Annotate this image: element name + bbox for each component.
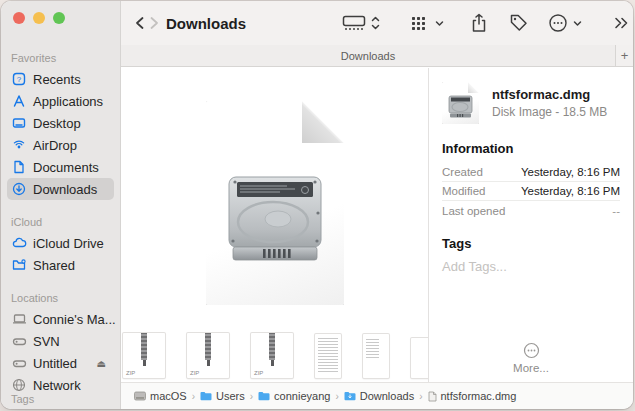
path-item-users[interactable]: Users — [200, 390, 245, 402]
sidebar-item-label: Downloads — [33, 182, 97, 197]
sidebar-item-label: Applications — [33, 94, 103, 109]
path-item-macos[interactable]: macOS — [134, 390, 187, 402]
main-area: Downloads — [121, 1, 633, 409]
group-icon — [410, 11, 430, 35]
thumbnail-text-document[interactable] — [363, 334, 389, 378]
sidebar-item-desktop[interactable]: Desktop — [7, 112, 114, 134]
file-kind-size: Disk Image - 18.5 MB — [492, 105, 607, 119]
zip-badge: ZIP — [190, 370, 199, 376]
folder-icon — [200, 391, 212, 401]
svg-text:?: ? — [17, 75, 22, 84]
tag-button[interactable] — [509, 11, 529, 35]
forward-button[interactable] — [149, 12, 160, 34]
sidebar-item-shared[interactable]: Shared — [7, 254, 114, 276]
info-row-last-opened: Last opened -- — [442, 201, 620, 220]
sidebar-item-label: Shared — [33, 258, 75, 273]
path-separator: › — [419, 391, 422, 402]
sidebar: Favorites ? Recents Applications Desktop… — [1, 1, 121, 409]
group-by-button[interactable] — [410, 11, 444, 35]
tab-bar: Downloads + — [121, 45, 633, 67]
thumbnail-zip-file[interactable]: ZIP — [187, 333, 229, 378]
close-button[interactable] — [13, 12, 25, 24]
preview-pane: ZIP ZIP ZIP ! — [121, 68, 431, 382]
content-area: ZIP ZIP ZIP ! — [121, 68, 633, 382]
sidebar-section-tags: Tags — [1, 392, 44, 406]
disk-image-icon — [225, 161, 325, 267]
toolbar: Downloads — [121, 1, 633, 45]
info-row-created: Created Yesterday, 8:16 PM — [442, 163, 620, 182]
path-item-downloads[interactable]: Downloads — [344, 390, 414, 402]
downloads-icon — [11, 181, 27, 197]
toolbar-overflow-button[interactable] — [614, 11, 630, 35]
documents-icon — [11, 159, 27, 175]
new-tab-button[interactable]: + — [615, 45, 633, 66]
selected-file-preview[interactable] — [206, 101, 344, 305]
sidebar-item-recents[interactable]: ? Recents — [7, 68, 114, 90]
thumbnail-zip-file[interactable]: ZIP — [123, 333, 165, 378]
sidebar-item-untitled[interactable]: Untitled ⏏ — [7, 352, 114, 374]
external-disk-icon — [11, 333, 27, 349]
disk-image-mini-icon — [448, 94, 473, 120]
chevron-up-down-icon — [371, 11, 380, 35]
tags-header: Tags — [442, 236, 620, 251]
chevron-down-icon — [573, 11, 582, 35]
zoom-button[interactable] — [53, 12, 65, 24]
drive-icon — [134, 391, 146, 401]
sidebar-section-locations: Locations — [1, 291, 120, 305]
airdrop-icon — [11, 137, 27, 153]
ellipsis-circle-icon — [548, 11, 568, 35]
recents-icon: ? — [11, 71, 27, 87]
zip-badge: ZIP — [254, 370, 263, 376]
sidebar-item-label: Documents — [33, 160, 99, 175]
sidebar-item-label: Network — [33, 378, 81, 393]
external-disk-icon — [11, 355, 27, 371]
add-tags-field[interactable]: Add Tags... — [442, 259, 620, 274]
minimize-button[interactable] — [33, 12, 45, 24]
sidebar-item-label: iCloud Drive — [33, 236, 104, 251]
finder-window: Favorites ? Recents Applications Desktop… — [1, 1, 633, 409]
window-title: Downloads — [166, 15, 246, 32]
gallery-view-icon — [342, 11, 366, 35]
sidebar-item-icloud-drive[interactable]: iCloud Drive — [7, 232, 114, 254]
thumbnail-text-document[interactable] — [315, 334, 341, 378]
path-separator: › — [335, 391, 338, 402]
info-row-modified: Modified Yesterday, 8:16 PM — [442, 182, 620, 201]
icloud-icon — [11, 235, 27, 251]
view-switcher[interactable] — [342, 11, 380, 35]
zip-badge: ZIP — [126, 370, 135, 376]
file-icon — [428, 391, 437, 402]
chevron-down-icon — [435, 11, 444, 35]
applications-icon — [11, 93, 27, 109]
back-button[interactable] — [134, 12, 145, 34]
more-label: More... — [513, 362, 549, 374]
path-separator: › — [250, 391, 253, 402]
inspector-panel: ntfsformac.dmg Disk Image - 18.5 MB Info… — [428, 68, 633, 382]
file-name: ntfsformac.dmg — [492, 87, 607, 102]
more-options-button[interactable] — [548, 11, 582, 35]
sidebar-item-connies-mac[interactable]: Connie's Ma... — [7, 308, 114, 330]
sidebar-item-label: Connie's Ma... — [33, 312, 116, 327]
share-button[interactable] — [471, 11, 487, 35]
sidebar-item-label: Untitled — [33, 356, 77, 371]
sidebar-item-label: SVN — [33, 334, 60, 349]
eject-icon[interactable]: ⏏ — [97, 358, 110, 369]
sidebar-item-applications[interactable]: Applications — [7, 90, 114, 112]
path-item-connieyang[interactable]: connieyang — [258, 390, 330, 402]
path-item-file[interactable]: ntfsformac.dmg — [428, 390, 517, 402]
page-fold — [302, 101, 344, 143]
thumbnail-zip-file[interactable]: ZIP — [251, 333, 293, 378]
path-bar: macOS › Users › connieyang › — [121, 382, 633, 409]
sidebar-item-documents[interactable]: Documents — [7, 156, 114, 178]
sidebar-item-label: AirDrop — [33, 138, 77, 153]
desktop-icon — [11, 115, 27, 131]
sidebar-section-favorites: Favorites — [1, 51, 120, 65]
information-header: Information — [442, 141, 620, 156]
tab-downloads[interactable]: Downloads — [121, 45, 615, 66]
sidebar-item-svn[interactable]: SVN — [7, 330, 114, 352]
globe-icon — [11, 377, 27, 393]
sidebar-item-airdrop[interactable]: AirDrop — [7, 134, 114, 156]
gallery-strip: ZIP ZIP ZIP ! — [121, 330, 431, 382]
more-button[interactable]: More... — [429, 342, 633, 374]
laptop-icon — [11, 311, 27, 327]
sidebar-item-downloads[interactable]: Downloads — [7, 178, 114, 200]
